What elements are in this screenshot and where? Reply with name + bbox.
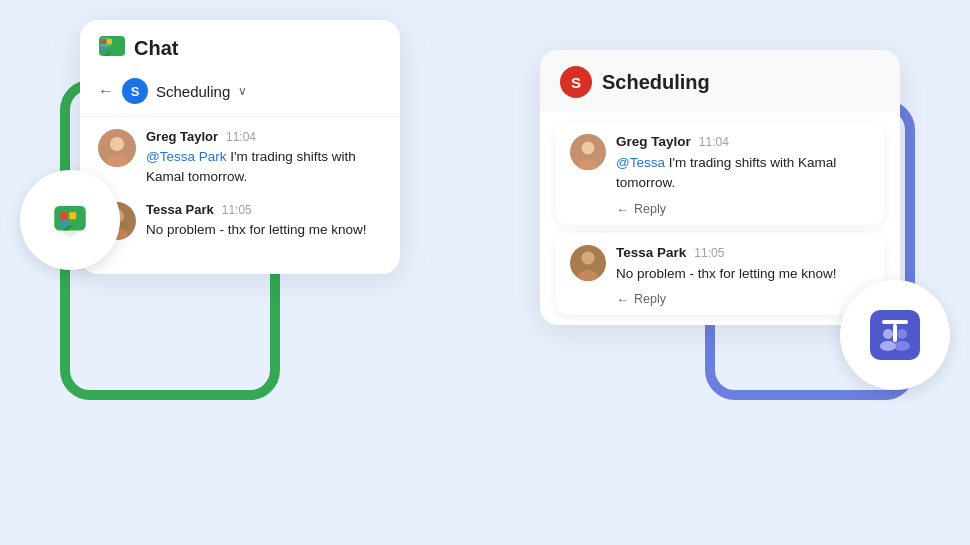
right-msg-2-time: 11:05 — [694, 246, 724, 260]
left-message-area: Greg Taylor 11:04 @Tessa Park I'm tradin… — [80, 117, 400, 240]
right-msg-2-text: No problem - thx for letting me know! — [616, 264, 870, 284]
left-msg-1-content: Greg Taylor 11:04 @Tessa Park I'm tradin… — [146, 129, 382, 188]
left-msg-1-text: @Tessa Park I'm trading shifts with Kama… — [146, 147, 382, 188]
left-msg-2-content: Tessa Park 11:05 No problem - thx for le… — [146, 202, 367, 240]
right-msg-card-2: Tessa Park 11:05 No problem - thx for le… — [556, 233, 884, 315]
svg-point-21 — [582, 142, 595, 155]
right-msg-1-mention: @Tessa — [616, 155, 665, 170]
left-msg-1-sender: Greg Taylor — [146, 129, 218, 144]
right-teams-card: S Scheduling Greg Taylor 11:04 — [540, 50, 900, 325]
right-msg-2-meta: Tessa Park 11:05 — [616, 245, 870, 260]
svg-rect-28 — [893, 324, 897, 342]
left-msg-2-time: 11:05 — [222, 203, 252, 217]
svg-point-24 — [582, 251, 595, 264]
left-card-subheader: ← S Scheduling ∨ — [80, 72, 400, 117]
teams-icon-circle — [840, 280, 950, 390]
dropdown-icon[interactable]: ∨ — [238, 84, 247, 98]
left-card-header: Chat — [80, 20, 400, 72]
svg-rect-2 — [60, 212, 67, 219]
svg-rect-11 — [101, 46, 106, 50]
svg-rect-27 — [882, 320, 908, 324]
svg-point-15 — [110, 137, 124, 151]
left-msg-1-time: 11:04 — [226, 130, 256, 144]
svg-rect-9 — [101, 39, 106, 44]
svg-rect-10 — [107, 39, 112, 44]
svg-point-29 — [897, 329, 907, 339]
left-message-1: Greg Taylor 11:04 @Tessa Park I'm tradin… — [98, 129, 382, 188]
gchat-icon-circle — [20, 170, 120, 270]
gchat-logo-icon — [49, 199, 91, 241]
gchat-small-logo-icon — [98, 34, 126, 62]
right-msg-1-time: 11:04 — [699, 135, 729, 149]
channel-avatar: S — [122, 78, 148, 104]
left-message-2: Tessa Park 11:05 No problem - thx for le… — [98, 202, 382, 240]
right-msg-1-sender: Greg Taylor — [616, 134, 691, 149]
right-msg-1-meta: Greg Taylor 11:04 — [616, 134, 870, 149]
left-msg-1-meta: Greg Taylor 11:04 — [146, 129, 382, 144]
reply-icon-2: ← — [616, 292, 629, 307]
svg-rect-5 — [69, 221, 76, 225]
right-msg-2-reply-btn[interactable]: ← Reply — [616, 292, 870, 307]
svg-rect-3 — [69, 212, 76, 219]
tessa-park-avatar-right — [570, 245, 606, 281]
left-msg-1-mention: @Tessa Park — [146, 149, 226, 164]
svg-rect-12 — [107, 46, 112, 50]
teams-channel-avatar: S — [560, 66, 592, 98]
reply-label-1: Reply — [634, 202, 666, 216]
right-msg-1-text: @Tessa I'm trading shifts with Kamal tom… — [616, 153, 870, 194]
left-card-title: Chat — [134, 37, 178, 60]
right-card-header: S Scheduling — [540, 50, 900, 112]
right-msg-2-sender: Tessa Park — [616, 245, 686, 260]
greg-taylor-avatar-right — [570, 134, 606, 170]
svg-rect-4 — [60, 221, 67, 225]
right-msg-1-reply-btn[interactable]: ← Reply — [616, 202, 870, 217]
teams-logo-icon — [866, 306, 924, 364]
right-msg-card-1: Greg Taylor 11:04 @Tessa I'm trading shi… — [556, 122, 884, 225]
right-card-title: Scheduling — [602, 71, 710, 94]
back-arrow-icon[interactable]: ← — [98, 82, 114, 100]
left-chat-card: Chat ← S Scheduling ∨ Greg Taylor 11:04 — [80, 20, 400, 274]
svg-point-30 — [894, 341, 910, 351]
greg-taylor-avatar — [98, 129, 136, 167]
right-message-area: Greg Taylor 11:04 @Tessa I'm trading shi… — [540, 112, 900, 325]
channel-name: Scheduling — [156, 83, 230, 100]
reply-icon-1: ← — [616, 202, 629, 217]
reply-label-2: Reply — [634, 292, 666, 306]
left-msg-2-sender: Tessa Park — [146, 202, 214, 217]
left-msg-2-meta: Tessa Park 11:05 — [146, 202, 367, 217]
svg-point-31 — [883, 329, 893, 339]
svg-point-32 — [880, 341, 896, 351]
left-msg-2-text: No problem - thx for letting me know! — [146, 220, 367, 240]
